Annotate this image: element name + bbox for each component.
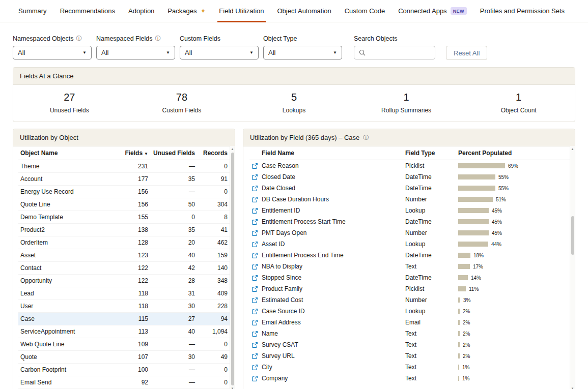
field-name-cell: Entitlement ID	[249, 205, 403, 216]
tab-recommendations[interactable]: Recommendations	[60, 0, 115, 22]
column-header-fields[interactable]: Fields▼	[119, 146, 150, 160]
namespaced-fields-select[interactable]: All ▼	[96, 46, 175, 59]
external-link-icon[interactable]	[251, 207, 258, 214]
percent-bar-wrap: 69%	[458, 163, 568, 169]
object-row[interactable]: Product21383541	[18, 224, 230, 236]
object-row[interactable]: Theme231—0	[18, 160, 230, 173]
field-table-scrollbar[interactable]: ▲ ▼	[570, 146, 575, 389]
column-header-percent-populated[interactable]: Percent Populated	[456, 146, 570, 160]
external-link-icon[interactable]	[251, 230, 258, 236]
namespaced-objects-select[interactable]: All ▼	[13, 46, 92, 59]
percent-populated-cell: 55%	[456, 171, 570, 183]
object-row[interactable]: Lead11831409	[18, 287, 230, 300]
external-link-icon[interactable]	[251, 163, 258, 169]
object-row[interactable]: User11830228	[18, 300, 230, 313]
scrollbar-thumb[interactable]	[571, 216, 574, 255]
field-name-label: Case Reason	[262, 162, 299, 169]
unused-fields-cell: 20	[150, 236, 197, 249]
reset-all-button[interactable]: Reset All	[446, 46, 487, 60]
stat-value: 1	[350, 92, 463, 103]
object-row[interactable]: Quote Line15650304	[18, 198, 230, 211]
tab-adoption[interactable]: Adoption	[128, 0, 154, 22]
tab-label: Profiles and Permission Sets	[480, 7, 565, 15]
external-link-icon[interactable]	[251, 219, 258, 225]
scroll-down-icon[interactable]: ▼	[230, 386, 235, 389]
column-header-field-name[interactable]: Field Name	[249, 146, 403, 160]
percent-populated-cell: 1%	[456, 373, 570, 384]
tab-connected-apps[interactable]: Connected AppsNEW	[398, 0, 467, 22]
stat-value: 5	[238, 92, 350, 103]
column-header-unused-fields[interactable]: Unused Fields	[150, 146, 197, 160]
field-type-cell: Text	[403, 261, 456, 272]
tab-field-utilization[interactable]: Field Utilization	[219, 0, 264, 22]
object-row[interactable]: Case1152794	[18, 313, 230, 325]
object-table-scrollbar[interactable]: ▲ ▼	[230, 146, 235, 389]
records-count-cell: 0	[197, 186, 230, 198]
field-type-cell: Text	[403, 373, 456, 384]
tab-packages[interactable]: Packages✦	[167, 0, 206, 22]
external-link-icon[interactable]	[251, 185, 258, 192]
object-row[interactable]: ServiceAppointment113401,094	[18, 325, 230, 338]
field-type-cell: Lookup	[403, 238, 456, 250]
info-icon[interactable]: ⓘ	[76, 36, 82, 41]
external-link-icon[interactable]	[251, 263, 258, 270]
external-link-icon[interactable]	[251, 331, 258, 337]
info-icon[interactable]: ⓘ	[155, 36, 160, 41]
external-link-icon[interactable]	[251, 252, 258, 259]
object-row[interactable]: Carbon Footprint100—0	[18, 364, 230, 376]
tab-object-automation[interactable]: Object Automation	[277, 0, 331, 22]
field-type-cell: Text	[403, 328, 456, 339]
field-table: Field Name Field Type Percent Populated …	[249, 146, 570, 384]
records-count-cell: 0	[197, 160, 230, 173]
filter-custom-fields: Custom Fields All ▼	[180, 35, 259, 59]
object-row[interactable]: Web Quote Line109—0	[18, 338, 230, 351]
external-link-icon[interactable]	[251, 364, 258, 371]
external-link-icon[interactable]	[251, 275, 258, 281]
object-row[interactable]: Opportunity12228348	[18, 275, 230, 287]
field-name-label: Survey URL	[262, 352, 295, 360]
external-link-icon[interactable]	[251, 353, 258, 360]
column-header-field-type[interactable]: Field Type	[403, 146, 456, 160]
object-row[interactable]: OrderItem12820462	[18, 236, 230, 249]
unused-fields-cell: —	[150, 376, 197, 389]
external-link-icon[interactable]	[251, 342, 258, 348]
column-header-records[interactable]: Records	[197, 146, 230, 160]
object-row[interactable]: Demo Template15508	[18, 211, 230, 224]
scrollbar-thumb[interactable]	[231, 153, 234, 385]
object-type-select[interactable]: All ▼	[263, 46, 342, 59]
percent-populated-cell: 45%	[456, 205, 570, 216]
fields-count-cell: 122	[119, 262, 150, 275]
fields-count-cell: 156	[119, 198, 150, 211]
external-link-icon[interactable]	[251, 174, 258, 181]
scroll-up-icon[interactable]: ▲	[230, 146, 235, 152]
object-row[interactable]: Asset12340159	[18, 249, 230, 262]
external-link-icon[interactable]	[251, 241, 258, 248]
field-type-cell: Text	[403, 350, 456, 362]
field-type-cell: Text	[403, 362, 456, 373]
tab-custom-code[interactable]: Custom Code	[345, 0, 385, 22]
object-row[interactable]: Energy Use Record156—0	[18, 186, 230, 198]
external-link-icon[interactable]	[251, 196, 258, 203]
external-link-icon[interactable]	[251, 308, 258, 315]
tab-summary[interactable]: Summary	[18, 0, 47, 22]
unused-fields-cell: 28	[150, 275, 197, 287]
external-link-icon[interactable]	[251, 319, 258, 326]
info-icon[interactable]: ⓘ	[363, 135, 369, 140]
records-count-cell: 1,094	[197, 325, 230, 338]
column-header-object-name[interactable]: Object Name	[18, 146, 119, 160]
object-row[interactable]: Quote1073049	[18, 351, 230, 364]
object-row[interactable]: Email Send92—0	[18, 376, 230, 389]
percent-bar-wrap: 2%	[458, 353, 568, 359]
search-input[interactable]	[369, 49, 430, 56]
external-link-icon[interactable]	[251, 375, 258, 382]
custom-fields-select[interactable]: All ▼	[180, 46, 259, 59]
field-row: Case Source IDLookup2%	[249, 306, 570, 317]
object-row[interactable]: Contact12242140	[18, 262, 230, 275]
object-row[interactable]: Account1773591	[18, 173, 230, 186]
records-count-cell: 0	[197, 364, 230, 376]
external-link-icon[interactable]	[251, 297, 258, 304]
scroll-down-icon[interactable]: ▼	[570, 386, 575, 389]
tab-profiles-and-permission-sets[interactable]: Profiles and Permission Sets	[480, 0, 565, 22]
scroll-up-icon[interactable]: ▲	[570, 146, 575, 152]
external-link-icon[interactable]	[251, 286, 258, 292]
